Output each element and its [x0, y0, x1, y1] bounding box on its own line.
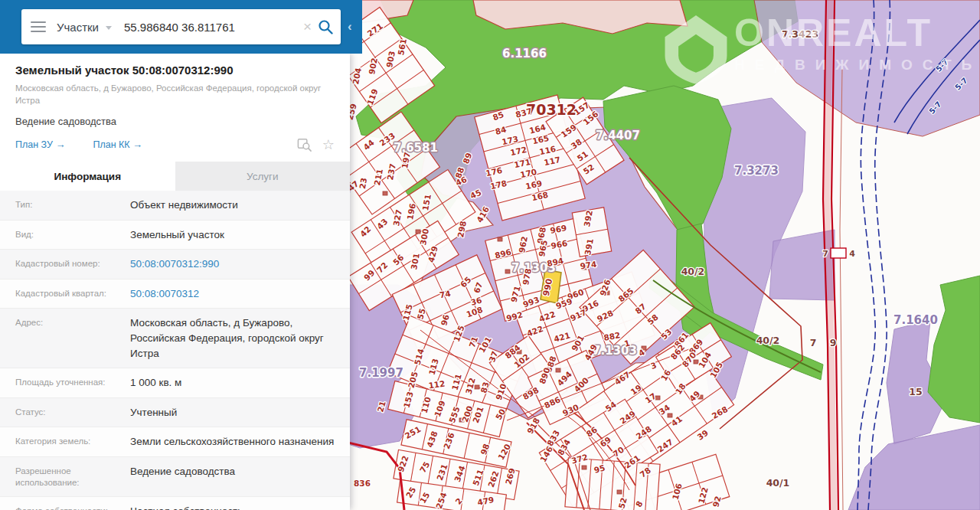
layer-select[interactable]: Участки	[57, 21, 112, 34]
cadastral-map[interactable]: 746.1166703127.44077.65817.13037.13037.1…	[350, 0, 980, 510]
property-address: Московская область, д Бужарово, Российск…	[15, 82, 322, 106]
info-row: Статус:Учтенный	[0, 398, 350, 428]
page-title: Земельный участок 50:08:0070312:990	[15, 64, 335, 77]
map-label: 23	[358, 177, 368, 189]
plan-zu-link[interactable]: План ЗУ →	[15, 139, 65, 150]
info-table: Тип:Объект недвижимостиВид:Земельный уча…	[0, 191, 350, 510]
map-label: 40/2	[756, 335, 780, 346]
menu-icon[interactable]	[31, 18, 46, 35]
info-row-label: Форма собственности:	[15, 504, 130, 510]
map-label: 7.1997	[359, 366, 403, 380]
info-row-value: Московская область, д Бужарово, Российск…	[130, 315, 335, 361]
info-row: Кадастровый квартал:50:08:0070312	[0, 280, 350, 309]
building-mark	[505, 270, 510, 273]
building-mark	[582, 466, 586, 469]
map-label: 7.6581	[394, 141, 438, 155]
layer-select-label: Участки	[57, 21, 99, 34]
chevron-down-icon	[106, 26, 112, 30]
map-label: 7.1640	[893, 313, 938, 327]
info-row-value: Земельный участок	[130, 227, 224, 243]
tab-services[interactable]: Услуги	[175, 162, 351, 191]
plan-kk-link[interactable]: План КК →	[93, 139, 142, 150]
tab-information[interactable]: Информация	[0, 162, 175, 191]
search-icon[interactable]	[318, 19, 333, 34]
info-row-value: Объект недвижимости	[130, 198, 238, 213]
map-label: 7	[822, 249, 828, 259]
info-row-value: Учтенный	[130, 405, 177, 420]
map-label: 6.1166	[502, 47, 547, 60]
map-label: 7.3423	[782, 28, 818, 40]
preview-icon[interactable]	[297, 137, 312, 152]
search-box: Участки ×	[21, 9, 341, 44]
map-label: 7	[810, 337, 817, 348]
tab-bar: Информация Услуги	[0, 162, 350, 191]
collapse-panel-icon[interactable]: ‹	[348, 19, 352, 34]
map-label: 15	[909, 386, 922, 397]
info-row-label: Кадастровый квартал:	[15, 286, 130, 302]
info-row: Кадастровый номер:50:08:0070312:990	[0, 250, 350, 280]
arrow-icon: →	[132, 139, 142, 150]
info-row-label: Вид:	[15, 227, 130, 243]
building-mark	[475, 385, 479, 389]
info-row-label: Категория земель:	[15, 434, 130, 450]
info-row-value-link[interactable]: 50:08:0070312	[130, 286, 199, 302]
info-row-label: Тип:	[15, 198, 130, 213]
map-label: 40/1	[766, 477, 790, 489]
info-row: Форма собственности:Частная собственност…	[0, 497, 350, 510]
search-input[interactable]	[122, 20, 297, 34]
property-panel: Земельный участок 50:08:0070312:990 Моск…	[0, 54, 350, 510]
map-label: 836	[354, 479, 371, 488]
info-row-value: 1 000 кв. м	[130, 375, 181, 391]
info-row-label: Адрес:	[15, 315, 130, 361]
arrow-icon: →	[55, 139, 65, 150]
map-label: 4	[849, 249, 855, 259]
building-mark	[617, 490, 622, 494]
info-row: Категория земель:Земли сельскохозяйствен…	[0, 427, 350, 457]
info-row-label: Площадь уточненная:	[15, 375, 130, 391]
road-sign	[831, 248, 846, 258]
building-mark	[668, 414, 672, 417]
info-row-value-link[interactable]: 50:08:0070312:990	[130, 257, 219, 272]
search-bar: Участки × ‹	[0, 0, 362, 54]
info-row-label: Кадастровый номер:	[15, 257, 130, 272]
building-mark	[556, 368, 560, 372]
info-row: Вид:Земельный участок	[0, 221, 350, 250]
info-row: Тип:Объект недвижимости	[0, 191, 350, 221]
info-row: Площадь уточненная:1 000 кв. м	[0, 368, 350, 398]
map-label: 9	[830, 337, 837, 348]
building-mark	[383, 191, 387, 195]
map-label: 70312	[526, 101, 577, 118]
map-label: 74	[439, 289, 451, 299]
property-usage: Ведение садоводства	[15, 116, 335, 127]
info-row-value: Частная собственность	[130, 504, 243, 510]
star-icon[interactable]: ☆	[322, 138, 335, 152]
info-row: Адрес:Московская область, д Бужарово, Ро…	[0, 309, 350, 368]
info-row-value: Ведение садоводства	[130, 464, 235, 489]
map-label: 40/2	[681, 266, 705, 277]
map-label: 7.3273	[734, 164, 779, 178]
info-row-label: Разрешенное использование:	[15, 464, 130, 489]
building-mark	[498, 237, 502, 241]
map-label: 7.4407	[596, 129, 640, 142]
info-row: Разрешенное использование:Ведение садово…	[0, 457, 350, 497]
map-canvas[interactable]: 746.1166703127.44077.65817.13037.13037.1…	[350, 0, 980, 510]
clear-icon[interactable]: ×	[303, 18, 312, 35]
info-row-label: Статус:	[15, 405, 130, 420]
info-row-value: Земли сельскохозяйственного назначения	[130, 434, 334, 450]
